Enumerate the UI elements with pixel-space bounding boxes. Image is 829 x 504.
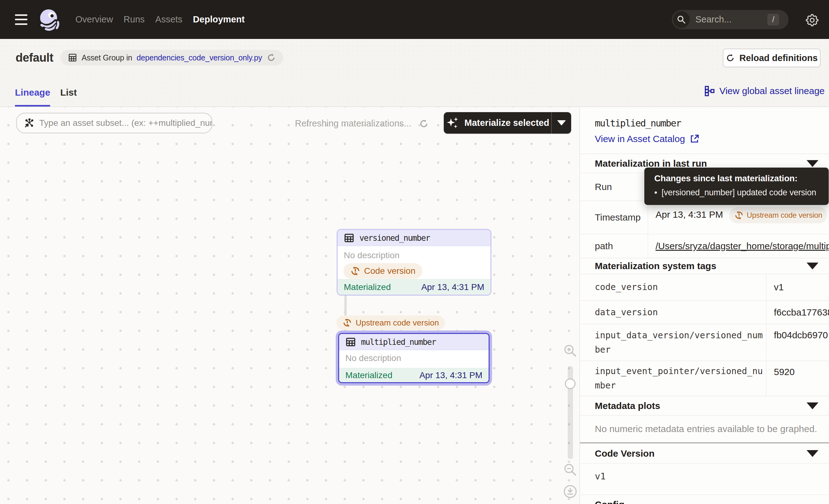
asset-node-description: No description [346, 353, 401, 363]
selected-node-halo: multiplied_number No description Materia… [336, 330, 492, 386]
code-version-chip: Code version [344, 263, 422, 279]
asset-group-file-link[interactable]: dependencies_code_version_only.py [137, 53, 262, 62]
asset-node-multiplied-number[interactable]: multiplied_number No description Materia… [338, 333, 490, 383]
reload-icon [726, 53, 735, 63]
search-input[interactable]: Search... / [672, 10, 789, 29]
collapse-caret-icon[interactable] [806, 160, 819, 167]
refreshing-status: Refreshing materializations... [295, 118, 429, 129]
grid-icon [68, 53, 77, 62]
panel-title-block: multiplied_number View in Asset Catalog [580, 107, 829, 153]
collapse-caret-icon[interactable] [806, 262, 819, 269]
asset-group-chip: Asset Group in dependencies_code_version… [61, 50, 283, 65]
section-code-version[interactable]: Code Version [580, 443, 829, 463]
upstream-code-version-label: Upstream code version [356, 318, 439, 328]
section-title: Materialization system tags [595, 261, 716, 271]
lineage-graph-icon [705, 86, 715, 96]
sparkle-icon [446, 116, 460, 130]
zoom-controls [563, 344, 577, 499]
code-version-icon [350, 266, 360, 276]
section-title: Code Version [595, 448, 655, 459]
row-value: /Users/sryza/dagster_home/storage/multip [648, 234, 829, 258]
panel-asset-name: multiplied_number [595, 118, 829, 129]
zoom-slider[interactable] [568, 366, 573, 459]
tab-list[interactable]: List [60, 87, 77, 107]
table-icon [344, 233, 354, 243]
asset-node-footer: Materialized Apr 13, 4:31 PM [339, 368, 489, 382]
zoom-controls-gap [563, 477, 577, 484]
section-metadata-plots[interactable]: Metadata plots [580, 396, 829, 415]
code-version-icon [734, 211, 744, 220]
gear-icon [805, 12, 819, 27]
collapse-caret-icon[interactable] [806, 450, 819, 457]
materialized-status: Materialized [344, 282, 391, 292]
search-shortcut-key: / [767, 14, 779, 26]
section-title: Materialization in last run [595, 158, 707, 169]
tag-value: v1 [766, 274, 829, 300]
asset-subset-input[interactable] [39, 118, 212, 128]
asset-node-versioned-number[interactable]: versioned_number No description Code ver… [337, 229, 492, 296]
upstream-code-version-badge: Upstream code version [336, 316, 445, 330]
view-in-asset-catalog-label: View in Asset Catalog [595, 134, 685, 144]
tag-value: fb04dcb6970 [766, 324, 829, 361]
primary-nav: Overview Runs Assets Deployment [75, 14, 245, 25]
asset-subset-filter [16, 113, 212, 133]
tab-lineage[interactable]: Lineage [15, 87, 50, 107]
metadata-plots-empty-note: No numeric metadata entries available to… [580, 415, 829, 442]
hamburger-menu-icon[interactable] [15, 14, 27, 25]
search-icon [673, 11, 690, 28]
nav-item-runs[interactable]: Runs [123, 14, 145, 25]
materialize-dropdown-button[interactable] [552, 120, 571, 125]
tag-key: input_event_pointer/versioned_number [580, 361, 766, 396]
nav-item-deployment[interactable]: Deployment [193, 14, 245, 25]
reload-definitions-label: Reload definitions [739, 53, 818, 63]
section-title: Metadata plots [595, 401, 660, 411]
upstream-code-version-label: Upstream code version [747, 211, 823, 220]
section-config: Config [580, 495, 829, 504]
zoom-in-button[interactable] [563, 344, 577, 358]
collapse-caret-icon[interactable] [806, 402, 819, 409]
chevron-down-icon [557, 120, 566, 125]
changes-tooltip: Changes since last materialization: • [v… [644, 168, 829, 205]
timestamp-value: Apr 13, 4:31 PM [655, 207, 723, 222]
code-version-icon [343, 318, 352, 327]
tooltip-item: [versioned_number] updated code version [661, 188, 816, 197]
asset-node-description: No description [344, 250, 400, 260]
nav-item-assets[interactable]: Assets [155, 14, 182, 25]
section-materialization-system-tags[interactable]: Materialization system tags [580, 258, 829, 274]
asset-lineage-canvas[interactable]: Refreshing materializations... Materiali… [0, 107, 580, 504]
materialized-status: Materialized [346, 370, 392, 380]
zoom-in-icon [563, 344, 577, 358]
row-data-version-tag: data_version f6ccba177638 [580, 300, 829, 324]
asset-node-header: versioned_number [337, 230, 491, 246]
row-input-data-version-tag: input_data_version/versioned_number fb04… [580, 324, 829, 361]
nav-item-overview[interactable]: Overview [75, 14, 113, 25]
path-link[interactable]: /Users/sryza/dagster_home/storage/multip [655, 241, 829, 251]
materialized-timestamp: Apr 13, 4:31 PM [420, 370, 482, 380]
download-image-button[interactable] [563, 484, 577, 499]
zoom-out-button[interactable] [563, 463, 577, 477]
row-value: Apr 13, 4:31 PM Upstream code version [648, 201, 829, 234]
view-in-asset-catalog-link[interactable]: View in Asset Catalog [595, 134, 699, 144]
settings-gear-icon[interactable] [805, 13, 819, 27]
search-placeholder: Search... [695, 14, 731, 25]
tooltip-bullet: • [654, 188, 657, 197]
materialize-selected-button[interactable]: Materialize selected [444, 112, 571, 134]
table-icon [346, 337, 356, 347]
row-label: Timestamp [580, 201, 648, 234]
dagster-logo[interactable] [37, 8, 61, 31]
asset-selection-icon [24, 117, 35, 129]
materialize-main[interactable]: Materialize selected [444, 116, 551, 130]
code-version-chip-label: Code version [364, 266, 416, 276]
reload-definitions-button[interactable]: Reload definitions [723, 48, 821, 67]
view-global-asset-lineage-link[interactable]: View global asset lineage [705, 86, 825, 96]
row-timestamp: Timestamp Apr 13, 4:31 PM Upstream code … [580, 201, 829, 234]
upstream-code-version-badge: Upstream code version [729, 207, 827, 223]
row-label: path [580, 234, 648, 258]
tooltip-bullet-row: • [versioned_number] updated code versio… [654, 188, 829, 197]
view-global-asset-lineage-label: View global asset lineage [719, 86, 825, 96]
asset-node-header: multiplied_number [339, 334, 489, 350]
refresh-icon[interactable] [266, 53, 276, 62]
zoom-slider-handle[interactable] [565, 379, 576, 389]
octopus-logo-icon [37, 8, 61, 32]
row-label: Run [580, 173, 648, 201]
